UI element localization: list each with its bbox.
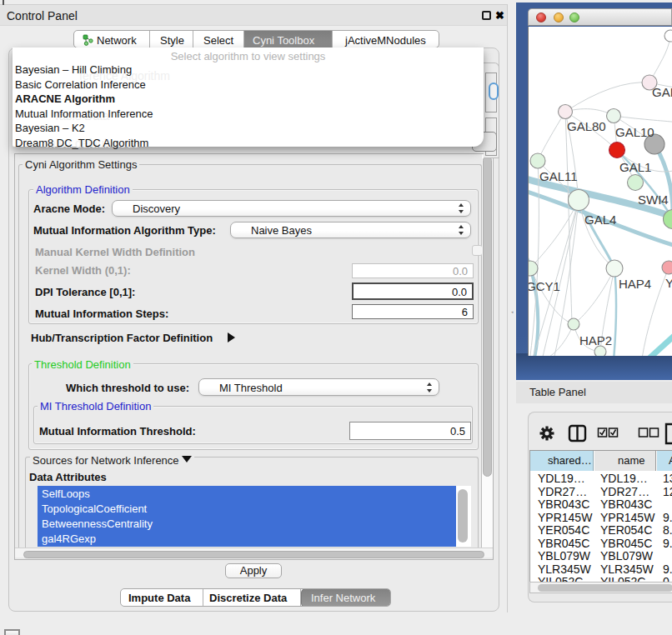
svg-text:Y: Y — [665, 276, 672, 290]
svg-text:HAP2: HAP2 — [579, 333, 612, 348]
svg-text:HAP4: HAP4 — [619, 277, 651, 291]
svg-text:SWI4: SWI4 — [638, 192, 669, 207]
svg-text:GAL10: GAL10 — [615, 125, 654, 139]
svg-text:GAL11: GAL11 — [539, 169, 578, 183]
svg-text:GCY1: GCY1 — [529, 279, 560, 293]
svg-text:GAL4: GAL4 — [584, 212, 616, 227]
svg-text:GAL: GAL — [652, 85, 672, 99]
svg-text:GAL80: GAL80 — [567, 119, 606, 133]
svg-text:GAL1: GAL1 — [619, 160, 651, 174]
